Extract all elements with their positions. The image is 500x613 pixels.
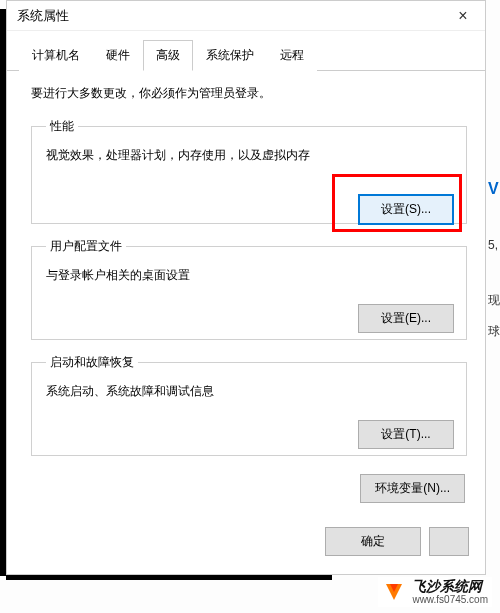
watermark-url: www.fs0745.com [412, 594, 488, 605]
system-properties-dialog: 系统属性 × 计算机名 硬件 高级 系统保护 远程 要进行大多数更改，你必须作为… [6, 0, 486, 575]
titlebar: 系统属性 × [7, 1, 485, 31]
performance-legend: 性能 [46, 118, 78, 135]
watermark-logo-icon [382, 580, 406, 604]
performance-desc: 视觉效果，处理器计划，内存使用，以及虚拟内存 [46, 147, 454, 164]
startup-recovery-group: 启动和故障恢复 系统启动、系统故障和调试信息 设置(T)... [31, 354, 467, 456]
tab-hardware[interactable]: 硬件 [93, 40, 143, 71]
tab-strip: 计算机名 硬件 高级 系统保护 远程 [7, 31, 485, 71]
user-profile-desc: 与登录帐户相关的桌面设置 [46, 267, 454, 284]
admin-note: 要进行大多数更改，你必须作为管理员登录。 [31, 85, 467, 102]
performance-group: 性能 视觉效果，处理器计划，内存使用，以及虚拟内存 设置(S)... [31, 118, 467, 224]
dialog-footer: 确定 [7, 517, 485, 556]
startup-recovery-settings-button[interactable]: 设置(T)... [358, 420, 454, 449]
cancel-button-partial[interactable] [429, 527, 469, 556]
user-profile-settings-button[interactable]: 设置(E)... [358, 304, 454, 333]
tab-advanced[interactable]: 高级 [143, 40, 193, 71]
watermark-name: 飞沙系统网 [412, 579, 488, 594]
performance-settings-button[interactable]: 设置(S)... [358, 194, 454, 225]
env-var-row: 环境变量(N)... [31, 470, 467, 507]
ok-button[interactable]: 确定 [325, 527, 421, 556]
tab-system-protection[interactable]: 系统保护 [193, 40, 267, 71]
watermark: 飞沙系统网 www.fs0745.com [378, 577, 492, 607]
tab-remote[interactable]: 远程 [267, 40, 317, 71]
tab-computer-name[interactable]: 计算机名 [19, 40, 93, 71]
tab-content-advanced: 要进行大多数更改，你必须作为管理员登录。 性能 视觉效果，处理器计划，内存使用，… [7, 71, 485, 517]
environment-variables-button[interactable]: 环境变量(N)... [360, 474, 465, 503]
close-icon: × [458, 7, 467, 25]
startup-recovery-legend: 启动和故障恢复 [46, 354, 138, 371]
close-button[interactable]: × [441, 1, 485, 31]
user-profile-legend: 用户配置文件 [46, 238, 126, 255]
startup-recovery-desc: 系统启动、系统故障和调试信息 [46, 383, 454, 400]
window-title: 系统属性 [17, 7, 69, 25]
user-profile-group: 用户配置文件 与登录帐户相关的桌面设置 设置(E)... [31, 238, 467, 340]
